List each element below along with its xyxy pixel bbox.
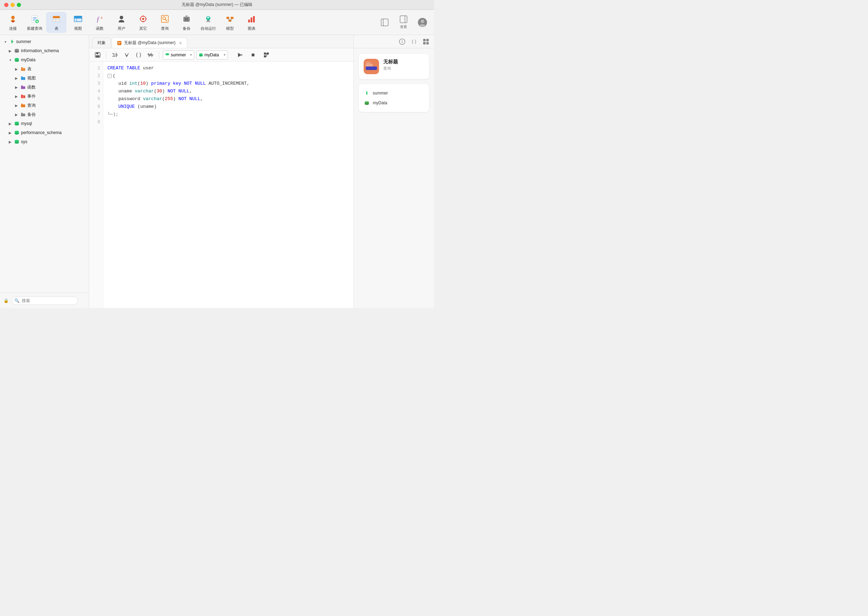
svg-rect-90 xyxy=(252,53,254,57)
code-editor[interactable]: 1 2 3 4 5 6 7 8 CREATE TABLE user xyxy=(89,61,353,308)
grid-button[interactable] xyxy=(421,37,430,46)
svg-rect-43 xyxy=(248,20,250,22)
close-button[interactable] xyxy=(4,3,8,7)
svg-rect-105 xyxy=(366,66,377,70)
code-content[interactable]: CREATE TABLE user − ( uid int ( xyxy=(103,61,353,308)
sidebar-item-mysql[interactable]: ▶ mysql xyxy=(0,119,89,128)
run-controls xyxy=(233,50,271,60)
toolbar-connect[interactable]: 连接 xyxy=(3,12,23,33)
svg-rect-79 xyxy=(96,52,98,54)
chevron-right-icon: ▶ xyxy=(14,103,19,108)
indent-4: uname xyxy=(107,88,135,95)
performance-schema-label: performance_schema xyxy=(21,130,61,135)
other-label: 其它 xyxy=(139,26,147,31)
tab-query-label: 无标题 @myData (summer) xyxy=(124,40,176,46)
view-left-toggle[interactable] xyxy=(376,12,393,33)
bracket-button[interactable]: () xyxy=(134,50,143,60)
svg-text:x: x xyxy=(101,16,102,20)
db-select[interactable]: myData ▾ xyxy=(196,50,228,60)
tab-query[interactable]: 无标题 @myData (summer) × xyxy=(111,38,187,48)
explain-button[interactable] xyxy=(261,50,271,60)
search-icon: 🔍 xyxy=(14,298,20,303)
sidebar-item-summer[interactable]: ▾ summer xyxy=(0,37,89,46)
code-button[interactable]: () xyxy=(410,37,419,46)
function-icon: ƒ x xyxy=(94,13,105,25)
toolbar-view[interactable]: 视图 xyxy=(68,12,88,33)
minimize-button[interactable] xyxy=(11,3,15,7)
beautify-button[interactable] xyxy=(110,50,120,60)
user-label: 用户 xyxy=(118,26,125,31)
schema-select-value: summer xyxy=(171,52,186,57)
indent-6 xyxy=(107,103,118,111)
lock-icon: 🔒 xyxy=(3,298,9,303)
sidebar-item-backups[interactable]: ▶ 备份 xyxy=(0,110,89,119)
unique-keyword: UNIQUE xyxy=(118,103,135,111)
sidebar-item-tables[interactable]: ▶ 表 xyxy=(0,64,89,74)
sidebar-item-functions[interactable]: ▶ 函数 xyxy=(0,83,89,92)
view-label-right: 查看 xyxy=(400,25,407,30)
run-button[interactable] xyxy=(235,50,245,60)
svg-rect-103 xyxy=(426,42,429,44)
info-text: 无标题 查询 xyxy=(383,59,398,71)
information-schema-label: information_schema xyxy=(21,48,59,53)
close-line: └─); xyxy=(107,111,118,118)
waveform-button[interactable] xyxy=(146,50,155,60)
backups-label: 备份 xyxy=(27,112,36,118)
toolbar-user[interactable]: 用户 xyxy=(111,12,132,33)
not-null-5: NOT NULL xyxy=(179,95,200,103)
chevron-right-icon: ▶ xyxy=(8,121,13,126)
connect-icon xyxy=(7,13,19,25)
function-folder-icon xyxy=(20,84,26,90)
tab-objects[interactable]: 对象 xyxy=(92,38,111,48)
svg-point-110 xyxy=(365,103,369,105)
toolbar-chart[interactable]: 图表 xyxy=(242,12,262,33)
toolbar-query[interactable]: 查询 xyxy=(155,12,175,33)
user-avatar[interactable] xyxy=(414,12,431,33)
fold-indicator[interactable]: − xyxy=(107,74,111,78)
svg-point-87 xyxy=(199,55,202,57)
sidebar-item-information-schema[interactable]: ▶ information_schema xyxy=(0,46,89,55)
code-line-6: UNIQUE (uname) xyxy=(107,103,349,111)
sidebar-item-events[interactable]: ▶ 事件 xyxy=(0,92,89,101)
summer-icon xyxy=(9,39,15,44)
toolbar-table[interactable]: 表 xyxy=(46,12,66,33)
search-input[interactable] xyxy=(11,297,78,305)
toolbar-new-query[interactable]: 新建查询 xyxy=(25,12,45,33)
stop-button[interactable] xyxy=(248,50,258,60)
toolbar-other[interactable]: 其它 xyxy=(133,12,153,33)
tabs-bar: 对象 无标题 @myData (summer) × xyxy=(89,35,353,48)
toolbar-autorun[interactable]: 自动运行 xyxy=(198,12,218,33)
db-select-chevron: ▾ xyxy=(224,53,225,57)
svg-point-54 xyxy=(15,51,19,53)
info-button[interactable] xyxy=(398,37,407,46)
svg-rect-58 xyxy=(21,68,25,71)
chevron-down-icon: ▾ xyxy=(8,57,13,62)
sidebar-item-sys[interactable]: ▶ sys xyxy=(0,137,89,146)
toolbar-model[interactable]: 模型 xyxy=(220,12,240,33)
view-right-toggle[interactable]: 查看 xyxy=(395,12,412,33)
schema-select[interactable]: summer ▾ xyxy=(163,50,194,60)
toolbar-backup[interactable]: 备份 xyxy=(176,12,197,33)
line-num-2: 2 xyxy=(89,72,103,80)
backup-icon xyxy=(181,13,192,25)
svg-rect-46 xyxy=(381,19,388,26)
code-line-1: CREATE TABLE user xyxy=(107,64,349,72)
paren-open-3: ( xyxy=(138,80,140,88)
function-label: 函数 xyxy=(96,26,104,31)
editor-toolbar: () summer ▾ xyxy=(89,48,353,61)
db-green-icon xyxy=(14,139,20,145)
tab-close-icon[interactable]: × xyxy=(179,40,182,46)
maximize-button[interactable] xyxy=(17,3,21,7)
format-button[interactable] xyxy=(122,50,132,60)
sidebar-item-performance-schema[interactable]: ▶ performance_schema xyxy=(0,128,89,137)
chevron-right-icon: ▶ xyxy=(8,139,13,144)
toolbar-function[interactable]: ƒ x 函数 xyxy=(89,12,110,33)
sidebar-item-mydata[interactable]: ▾ myData xyxy=(0,55,89,64)
save-button[interactable] xyxy=(93,50,102,60)
sidebar-item-views[interactable]: ▶ 视图 xyxy=(0,74,89,83)
svg-rect-91 xyxy=(264,52,266,55)
svg-rect-65 xyxy=(21,113,25,116)
model-label: 模型 xyxy=(226,26,234,31)
chart-label: 图表 xyxy=(248,26,256,31)
sidebar-item-queries[interactable]: ▶ 查询 xyxy=(0,101,89,110)
